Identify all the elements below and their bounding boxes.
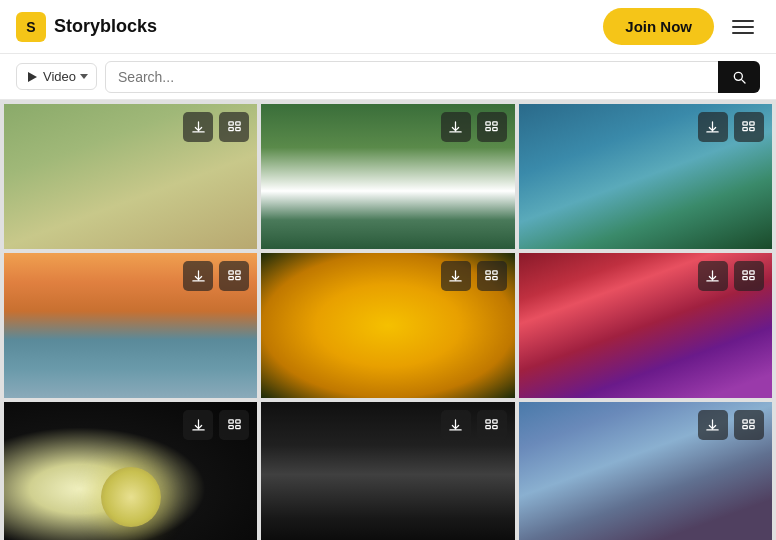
download-button-9[interactable] xyxy=(698,410,728,440)
logo-icon: S xyxy=(16,12,46,42)
storyboard-button-4[interactable] xyxy=(219,261,249,291)
search-input-wrap xyxy=(105,61,760,93)
svg-rect-13 xyxy=(229,270,233,273)
svg-rect-5 xyxy=(486,121,490,124)
item-icons-6 xyxy=(698,261,764,291)
svg-rect-8 xyxy=(493,127,497,130)
grid-item-5[interactable] xyxy=(261,253,514,398)
storyboard-icon xyxy=(484,269,499,284)
svg-rect-30 xyxy=(493,419,497,422)
download-button-8[interactable] xyxy=(441,410,471,440)
svg-rect-15 xyxy=(229,276,233,279)
storyboard-button-6[interactable] xyxy=(734,261,764,291)
download-icon xyxy=(448,418,463,433)
svg-rect-33 xyxy=(743,419,747,422)
menu-line-2 xyxy=(732,26,754,28)
svg-rect-12 xyxy=(750,127,754,130)
media-type-selector[interactable]: Video xyxy=(16,63,97,90)
svg-rect-20 xyxy=(493,276,497,279)
download-button-5[interactable] xyxy=(441,261,471,291)
svg-rect-23 xyxy=(743,276,747,279)
svg-rect-17 xyxy=(486,270,490,273)
download-button-6[interactable] xyxy=(698,261,728,291)
download-button-4[interactable] xyxy=(183,261,213,291)
video-grid xyxy=(0,100,776,540)
svg-rect-25 xyxy=(229,419,233,422)
logo-area: S Storyblocks xyxy=(16,12,157,42)
grid-item-7[interactable] xyxy=(4,402,257,540)
download-icon xyxy=(191,269,206,284)
download-icon xyxy=(705,120,720,135)
svg-rect-27 xyxy=(229,425,233,428)
download-button-2[interactable] xyxy=(441,112,471,142)
header: S Storyblocks Join Now xyxy=(0,0,776,54)
storyboard-button-1[interactable] xyxy=(219,112,249,142)
download-icon xyxy=(448,269,463,284)
item-icons-9 xyxy=(698,410,764,440)
search-button[interactable] xyxy=(718,61,760,93)
grid-item-9[interactable] xyxy=(519,402,772,540)
item-icons-1 xyxy=(183,112,249,142)
storyboard-icon xyxy=(484,120,499,135)
item-icons-8 xyxy=(441,410,507,440)
grid-item-2[interactable] xyxy=(261,104,514,249)
moon-detail xyxy=(101,467,161,527)
storyboard-icon xyxy=(227,120,242,135)
item-icons-2 xyxy=(441,112,507,142)
svg-rect-35 xyxy=(743,425,747,428)
svg-rect-24 xyxy=(750,276,754,279)
download-icon xyxy=(705,269,720,284)
join-now-button[interactable]: Join Now xyxy=(603,8,714,45)
search-input[interactable] xyxy=(105,61,760,93)
svg-rect-2 xyxy=(236,121,240,124)
storyboard-button-2[interactable] xyxy=(477,112,507,142)
svg-rect-14 xyxy=(236,270,240,273)
svg-rect-1 xyxy=(229,121,233,124)
grid-item-8[interactable] xyxy=(261,402,514,540)
storyboard-icon xyxy=(741,120,756,135)
svg-rect-34 xyxy=(750,419,754,422)
storyboard-button-8[interactable] xyxy=(477,410,507,440)
download-icon xyxy=(705,418,720,433)
search-icon xyxy=(731,69,747,85)
svg-rect-4 xyxy=(236,127,240,130)
storyboard-icon xyxy=(741,269,756,284)
svg-rect-9 xyxy=(743,121,747,124)
download-button-1[interactable] xyxy=(183,112,213,142)
storyboard-icon xyxy=(741,418,756,433)
svg-rect-36 xyxy=(750,425,754,428)
menu-line-3 xyxy=(732,32,754,34)
grid-item-4[interactable] xyxy=(4,253,257,398)
svg-rect-28 xyxy=(236,425,240,428)
svg-marker-0 xyxy=(28,72,37,82)
download-button-3[interactable] xyxy=(698,112,728,142)
download-icon xyxy=(448,120,463,135)
storyboard-button-3[interactable] xyxy=(734,112,764,142)
svg-rect-32 xyxy=(493,425,497,428)
svg-rect-18 xyxy=(493,270,497,273)
menu-button[interactable] xyxy=(726,14,760,40)
video-play-icon xyxy=(25,70,39,84)
storyboard-icon xyxy=(227,418,242,433)
item-icons-4 xyxy=(183,261,249,291)
svg-rect-3 xyxy=(229,127,233,130)
download-button-7[interactable] xyxy=(183,410,213,440)
item-icons-7 xyxy=(183,410,249,440)
item-icons-5 xyxy=(441,261,507,291)
item-icons-3 xyxy=(698,112,764,142)
grid-item-3[interactable] xyxy=(519,104,772,249)
svg-rect-10 xyxy=(750,121,754,124)
svg-rect-31 xyxy=(486,425,490,428)
svg-rect-21 xyxy=(743,270,747,273)
svg-rect-26 xyxy=(236,419,240,422)
download-icon xyxy=(191,418,206,433)
svg-rect-16 xyxy=(236,276,240,279)
svg-rect-29 xyxy=(486,419,490,422)
grid-item-6[interactable] xyxy=(519,253,772,398)
storyboard-button-9[interactable] xyxy=(734,410,764,440)
storyboard-button-7[interactable] xyxy=(219,410,249,440)
grid-item-1[interactable] xyxy=(4,104,257,249)
media-type-label: Video xyxy=(43,69,76,84)
download-icon xyxy=(191,120,206,135)
storyboard-button-5[interactable] xyxy=(477,261,507,291)
